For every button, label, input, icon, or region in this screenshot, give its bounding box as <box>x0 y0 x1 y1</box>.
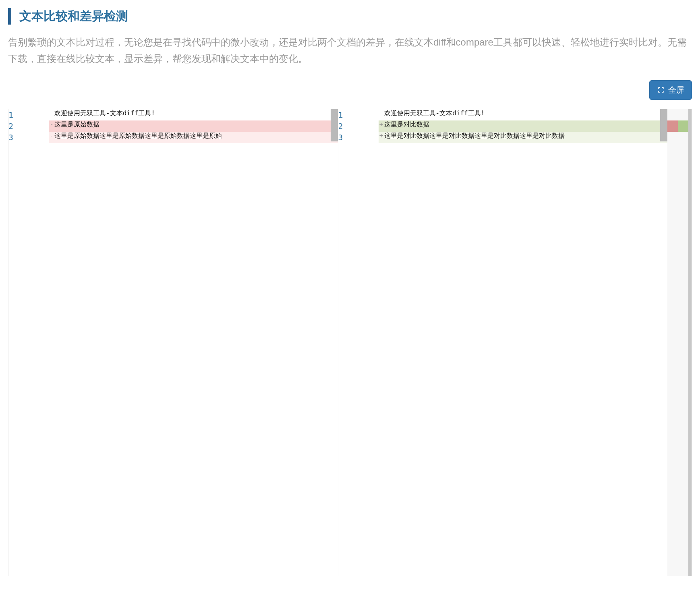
line-number: 1 <box>8 109 15 120</box>
diff-pane-right[interactable]: 1 2 3 欢迎使用无双工具-文本diff工具! + 这里是对比数据 + 这里是… <box>338 109 668 576</box>
diff-marker <box>49 109 54 120</box>
diff-marker <box>379 109 384 120</box>
fullscreen-button[interactable]: 全屏 <box>649 80 692 100</box>
fullscreen-label: 全屏 <box>668 85 684 95</box>
scrollbar-vertical[interactable] <box>331 109 338 141</box>
line-number: 3 <box>8 132 15 143</box>
diff-marker: + <box>379 132 384 143</box>
page-title: 文本比较和差异检测 <box>19 8 692 25</box>
code-line: 欢迎使用无双工具-文本diff工具! <box>54 109 338 120</box>
left-gutter: 1 2 3 <box>8 109 49 576</box>
code-line: 这里是原始数据这里是原始数据这里是原始数据这里是原始 <box>54 132 338 143</box>
minimap-shadow <box>688 109 692 576</box>
line-number: 2 <box>8 120 15 132</box>
scrollbar-vertical[interactable] <box>660 109 667 141</box>
code-line: 这里是原始数据 <box>54 120 338 132</box>
code-line: 这里是对比数据 <box>384 120 668 132</box>
header-bar: 文本比较和差异检测 <box>8 8 692 25</box>
diff-minimap[interactable] <box>667 109 692 576</box>
diff-marker: + <box>379 120 384 132</box>
line-number: 1 <box>338 109 345 120</box>
page-description: 告别繁琐的文本比对过程，无论您是在寻找代码中的微小改动，还是对比两个文档的差异，… <box>8 34 692 67</box>
diff-marker: - <box>49 132 54 143</box>
right-code-area[interactable]: 欢迎使用无双工具-文本diff工具! + 这里是对比数据 + 这里是对比数据这里… <box>379 109 668 576</box>
diff-pane-left[interactable]: 1 2 3 欢迎使用无双工具-文本diff工具! - 这里是原始数据 - 这里是… <box>8 109 338 576</box>
line-number: 2 <box>338 120 345 132</box>
fullscreen-icon <box>657 86 665 94</box>
code-line: 欢迎使用无双工具-文本diff工具! <box>384 109 668 120</box>
minimap-marker-added <box>678 120 688 132</box>
toolbar: 全屏 <box>8 80 692 100</box>
left-code-area[interactable]: 欢迎使用无双工具-文本diff工具! - 这里是原始数据 - 这里是原始数据这里… <box>49 109 338 576</box>
minimap-marker-removed <box>667 120 678 132</box>
diff-marker: - <box>49 120 54 132</box>
code-line: 这里是对比数据这里是对比数据这里是对比数据这里是对比数据 <box>384 132 668 143</box>
line-number: 3 <box>338 132 345 143</box>
right-gutter: 1 2 3 <box>338 109 379 576</box>
diff-container: 1 2 3 欢迎使用无双工具-文本diff工具! - 这里是原始数据 - 这里是… <box>8 109 692 576</box>
